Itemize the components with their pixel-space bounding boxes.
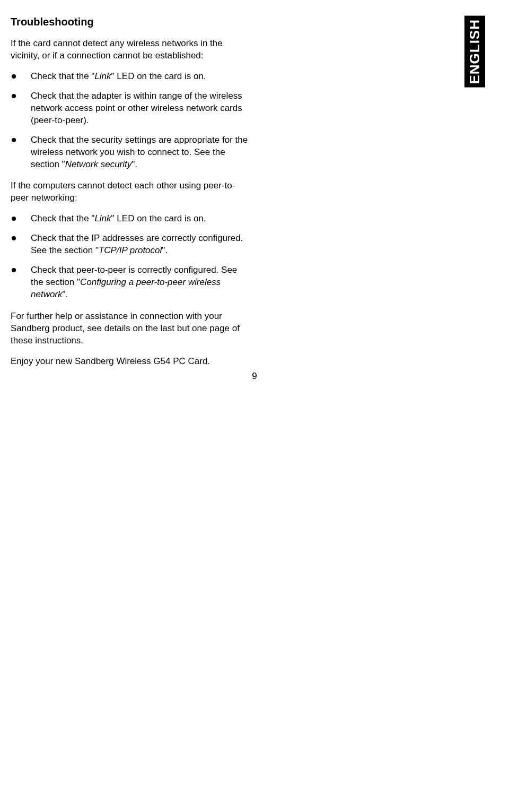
list-item: Check that the adapter is within range o… bbox=[11, 90, 249, 127]
closing-paragraph-1: For further help or assistance in connec… bbox=[11, 310, 249, 347]
bullet-list-2: Check that the "Link" LED on the card is… bbox=[11, 213, 249, 301]
text-run: ". bbox=[162, 245, 168, 255]
text-run: Check that the security settings are app… bbox=[31, 135, 248, 169]
list-item: Check that the "Link" LED on the card is… bbox=[11, 213, 249, 225]
list-item: Check that the IP addresses are correctl… bbox=[11, 232, 249, 257]
italic-run: Link bbox=[94, 213, 111, 223]
text-run: " LED on the card is on. bbox=[111, 71, 206, 81]
list-item: Check that the "Link" LED on the card is… bbox=[11, 71, 249, 83]
text-run: " LED on the card is on. bbox=[111, 213, 206, 223]
bullet-list-1: Check that the "Link" LED on the card is… bbox=[11, 71, 249, 171]
text-run: Check that the " bbox=[31, 71, 94, 81]
italic-run: Network security bbox=[65, 159, 132, 169]
text-run: ". bbox=[131, 159, 137, 169]
list-item: Check that the security settings are app… bbox=[11, 134, 249, 171]
intro-paragraph-2: If the computers cannot detect each othe… bbox=[11, 180, 249, 204]
language-badge: ENGLISH bbox=[464, 16, 485, 88]
italic-run: TCP/IP protocol bbox=[99, 245, 162, 255]
list-item: Check that peer-to-peer is correctly con… bbox=[11, 264, 249, 301]
text-run: ". bbox=[63, 289, 68, 299]
intro-paragraph-1: If the card cannot detect any wireless n… bbox=[11, 38, 249, 62]
closing-paragraph-2: Enjoy your new Sandberg Wireless G54 PC … bbox=[11, 356, 249, 368]
italic-run: Link bbox=[94, 71, 111, 81]
text-run: Check that the " bbox=[31, 213, 94, 223]
section-heading: Troubleshooting bbox=[11, 16, 249, 28]
page-number: 9 bbox=[252, 371, 257, 382]
main-content: Troubleshooting If the card cannot detec… bbox=[11, 16, 249, 368]
